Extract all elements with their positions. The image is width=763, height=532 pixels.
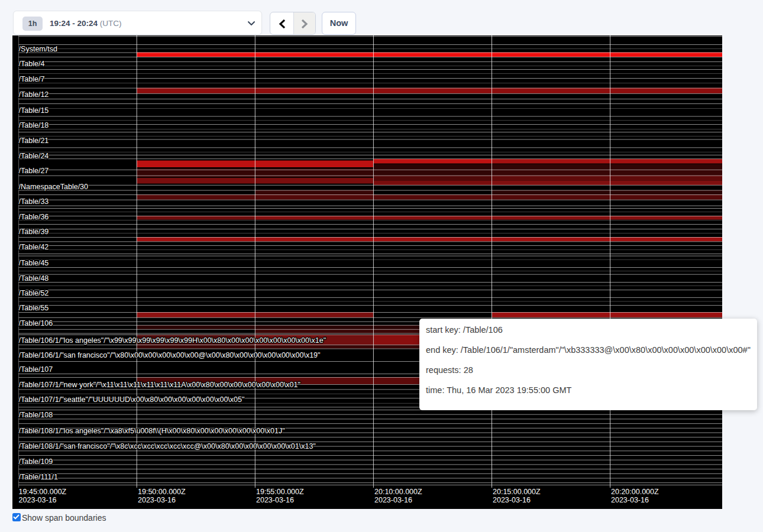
svg-text:2023-03-16: 2023-03-16: [374, 496, 412, 504]
svg-text:/Table/108/1/"los angeles"/"\x: /Table/108/1/"los angeles"/"\xa8\xf5\u00…: [19, 427, 285, 435]
svg-text:/Table/36: /Table/36: [19, 213, 49, 221]
svg-text:/Table/111/1: /Table/111/1: [19, 473, 58, 481]
svg-text:20:15:00.000Z: 20:15:00.000Z: [493, 488, 541, 496]
svg-text:/Table/15: /Table/15: [19, 106, 49, 115]
svg-text:20:20:00.000Z: 20:20:00.000Z: [611, 488, 659, 496]
svg-text:/Table/106/1/"san francisco"/": /Table/106/1/"san francisco"/"\x80\x00\x…: [19, 351, 321, 359]
svg-text:2023-03-16: 2023-03-16: [493, 496, 531, 504]
svg-text:/Table/33: /Table/33: [19, 197, 49, 206]
svg-text:/System/tsd: /System/tsd: [19, 45, 57, 53]
svg-text:/Table/4: /Table/4: [19, 60, 45, 68]
svg-text:/Table/39: /Table/39: [19, 228, 49, 236]
svg-text:/Table/12: /Table/12: [19, 90, 49, 99]
svg-text:/Table/24: /Table/24: [19, 152, 49, 160]
svg-text:/Table/42: /Table/42: [19, 243, 49, 251]
svg-text:/Table/106/1/"los angeles"/"\x: /Table/106/1/"los angeles"/"\x99\x99\x99…: [19, 336, 326, 345]
svg-text:/Table/106: /Table/106: [19, 319, 53, 327]
svg-text:/Table/55: /Table/55: [19, 304, 49, 312]
svg-text:2023-03-16: 2023-03-16: [138, 496, 176, 504]
svg-text:/Table/18: /Table/18: [19, 121, 49, 129]
svg-text:/Table/107/1/"new york"/"\x11\: /Table/107/1/"new york"/"\x11\x11\x11\x1…: [19, 381, 300, 389]
svg-text:/NamespaceTable/30: /NamespaceTable/30: [19, 183, 88, 191]
svg-text:/Table/109: /Table/109: [19, 458, 53, 466]
svg-text:/Table/27: /Table/27: [19, 167, 49, 175]
svg-text:20:10:00.000Z: 20:10:00.000Z: [374, 488, 422, 496]
svg-text:/Table/52: /Table/52: [19, 289, 49, 297]
svg-text:2023-03-16: 2023-03-16: [19, 496, 57, 504]
svg-text:/Table/107: /Table/107: [19, 365, 53, 374]
svg-text:/Table/7: /Table/7: [19, 75, 45, 83]
svg-text:19:45:00.000Z: 19:45:00.000Z: [19, 488, 67, 496]
svg-text:19:55:00.000Z: 19:55:00.000Z: [256, 488, 304, 496]
svg-text:19:50:00.000Z: 19:50:00.000Z: [138, 488, 186, 496]
svg-text:/Table/108/1/"san francisco"/": /Table/108/1/"san francisco"/"\x8c\xcc\x…: [19, 442, 316, 450]
svg-text:2023-03-16: 2023-03-16: [611, 496, 649, 504]
svg-text:/Table/21: /Table/21: [19, 137, 49, 145]
svg-text:2023-03-16: 2023-03-16: [256, 496, 294, 504]
svg-text:/Table/108: /Table/108: [19, 411, 53, 419]
svg-text:/Table/45: /Table/45: [19, 259, 49, 267]
svg-text:/Table/48: /Table/48: [19, 274, 49, 283]
svg-text:/Table/107/1/"seattle"/"UUUUUU: /Table/107/1/"seattle"/"UUUUUUD\x00\x80\…: [19, 395, 245, 404]
